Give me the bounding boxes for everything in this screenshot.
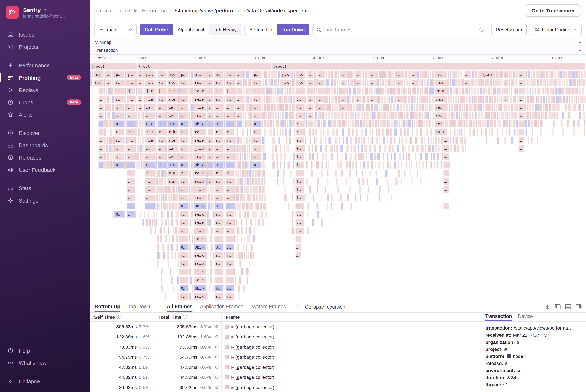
flame-frame[interactable] [164, 186, 167, 193]
flame-frame[interactable]: … [157, 145, 166, 152]
color-coding-select[interactable]: Color Coding [529, 24, 581, 35]
flame-frame[interactable] [317, 71, 318, 78]
flame-frame[interactable] [273, 96, 275, 103]
flame-frame[interactable] [387, 178, 388, 185]
flame-frame[interactable] [462, 145, 464, 152]
flame-frame[interactable] [289, 137, 291, 144]
flame-frame[interactable] [416, 104, 418, 111]
flame-frame[interactable] [557, 104, 559, 111]
flame-frame[interactable] [252, 178, 254, 185]
flame-frame[interactable] [425, 71, 427, 78]
flame-frame[interactable]: p… [215, 71, 224, 78]
flame-frame[interactable] [137, 153, 140, 160]
flame-frame[interactable] [463, 96, 465, 103]
flame-frame[interactable] [404, 112, 405, 119]
flame-frame[interactable] [191, 112, 194, 119]
flame-frame[interactable] [451, 112, 452, 119]
flame-frame[interactable] [369, 120, 371, 128]
flame-frame[interactable] [361, 137, 362, 144]
flame-frame[interactable]: P… [295, 104, 304, 111]
flame-frame[interactable]: 0… [180, 120, 189, 128]
flame-frame[interactable]: re…e [194, 137, 206, 144]
flame-frame[interactable] [380, 120, 383, 128]
flame-frame[interactable] [431, 112, 432, 119]
minimap-section-header[interactable]: Minimap [90, 38, 586, 46]
flame-frame[interactable] [323, 128, 324, 136]
flame-frame[interactable]: r… [127, 79, 135, 86]
flame-frame[interactable] [337, 88, 338, 95]
flame-frame[interactable] [268, 112, 270, 119]
flame-frame[interactable] [434, 162, 435, 168]
flame-frame[interactable]: … [180, 276, 189, 284]
flame-frame[interactable] [173, 227, 174, 234]
flame-frame[interactable] [579, 88, 581, 95]
flame-frame[interactable] [206, 293, 208, 300]
flame-frame[interactable] [477, 120, 479, 128]
flame-frame[interactable] [539, 88, 540, 95]
flame-frame[interactable] [403, 96, 404, 103]
flame-frame[interactable] [392, 145, 394, 152]
flame-frame[interactable] [535, 104, 537, 111]
flame-frame[interactable] [284, 153, 286, 160]
flame-frame[interactable] [390, 137, 392, 144]
flame-frame[interactable] [346, 162, 347, 168]
flame-frame[interactable] [344, 153, 347, 160]
flame-frame[interactable]: … [236, 112, 242, 119]
flame-frame[interactable] [431, 104, 433, 111]
flame-frame[interactable] [247, 153, 248, 160]
flame-frame[interactable]: … [180, 194, 189, 201]
flame-frame[interactable] [453, 71, 455, 78]
flame-frame[interactable] [189, 71, 190, 78]
flame-frame[interactable] [406, 96, 407, 103]
flame-frame[interactable] [259, 186, 261, 193]
flame-frame[interactable]: … [208, 88, 213, 95]
flame-frame[interactable]: … [411, 79, 417, 86]
flame-frame[interactable] [362, 104, 364, 111]
flame-frame[interactable] [316, 162, 319, 168]
flame-frame[interactable] [144, 104, 145, 111]
flame-frame[interactable]: … [208, 145, 213, 152]
flame-frame[interactable] [352, 162, 354, 168]
flame-frame[interactable] [238, 162, 241, 168]
flame-frame[interactable] [542, 120, 543, 128]
flame-frame[interactable] [247, 178, 249, 185]
flame-frame[interactable] [264, 128, 266, 136]
flame-frame[interactable] [135, 211, 137, 218]
flame-frame[interactable] [271, 112, 274, 119]
flame-frame[interactable]: … [225, 276, 234, 284]
flame-frame[interactable]: … [464, 71, 470, 78]
flame-frame[interactable] [137, 137, 138, 144]
flame-frame[interactable] [152, 219, 153, 226]
flame-frame[interactable]: 0b…> [194, 244, 206, 251]
flame-frame[interactable] [141, 145, 142, 152]
flame-frame[interactable] [282, 112, 284, 119]
flame-frame[interactable] [493, 120, 496, 128]
flame-frame[interactable] [243, 145, 246, 152]
flame-frame[interactable] [394, 128, 397, 136]
flame-frame[interactable] [314, 137, 315, 144]
flame-frame[interactable] [572, 79, 573, 86]
flame-frame[interactable] [442, 153, 443, 160]
flame-frame[interactable] [262, 178, 264, 185]
flame-frame[interactable] [245, 211, 246, 218]
flame-frame[interactable] [334, 112, 336, 119]
flame-frame[interactable] [477, 96, 480, 103]
flame-frame[interactable] [262, 219, 264, 226]
flame-frame[interactable] [358, 178, 360, 185]
flame-frame[interactable] [264, 96, 265, 103]
flame-frame[interactable] [447, 79, 449, 86]
flame-frame[interactable] [246, 170, 248, 177]
flame-frame[interactable] [163, 194, 164, 201]
flame-frame[interactable] [456, 104, 458, 111]
sidebar-item-issues[interactable]: Issues [0, 28, 90, 41]
frame-settings-icon[interactable]: ⚙ [215, 344, 219, 350]
flame-frame[interactable] [250, 178, 251, 185]
flame-frame[interactable] [366, 96, 367, 103]
flame-frame[interactable] [166, 128, 167, 136]
flame-frame[interactable] [110, 96, 111, 103]
flame-frame[interactable] [410, 170, 411, 177]
flame-frame[interactable] [162, 186, 164, 193]
flame-frame[interactable] [350, 170, 351, 177]
flame-frame[interactable] [104, 145, 106, 152]
flame-frame[interactable]: 0… [295, 145, 304, 152]
